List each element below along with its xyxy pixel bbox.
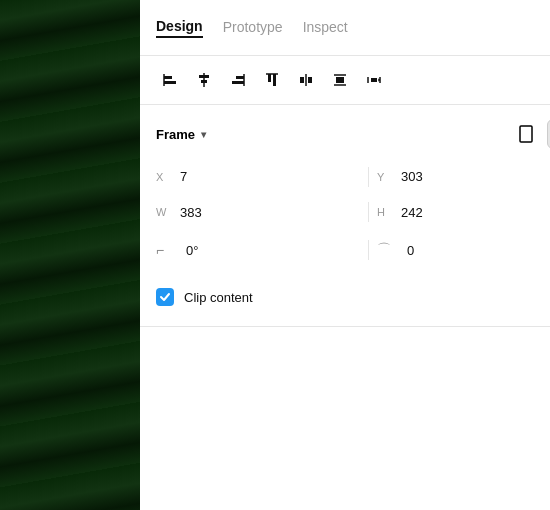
frame-label[interactable]: Frame ▾ xyxy=(156,127,206,142)
frame-header: Frame ▾ xyxy=(156,119,550,149)
svg-rect-21 xyxy=(520,126,532,142)
tab-design[interactable]: Design xyxy=(156,18,203,38)
h-input[interactable] xyxy=(395,201,550,224)
align-center-h-icon[interactable] xyxy=(190,66,218,94)
h-field-group: H xyxy=(377,201,550,224)
tab-bar: Design Prototype Inspect xyxy=(140,0,550,56)
clip-content-label: Clip content xyxy=(184,290,253,305)
wh-row: W H xyxy=(156,198,550,226)
svg-rect-7 xyxy=(236,76,244,79)
bottom-divider xyxy=(140,326,550,327)
svg-rect-4 xyxy=(199,75,209,78)
w-field-group: W xyxy=(156,201,360,224)
svg-rect-13 xyxy=(300,77,304,83)
svg-rect-1 xyxy=(164,76,172,79)
xy-row: X Y xyxy=(156,165,550,188)
corner-field-group: ⌒ xyxy=(377,239,550,262)
h-label: H xyxy=(377,206,391,218)
w-input[interactable] xyxy=(174,201,360,224)
alignment-toolbar xyxy=(140,56,550,105)
rotation-icon: ⌐ xyxy=(156,242,172,258)
svg-rect-2 xyxy=(164,81,176,84)
clip-content-checkbox[interactable] xyxy=(156,288,174,306)
align-right-icon[interactable] xyxy=(224,66,252,94)
svg-rect-14 xyxy=(308,77,312,83)
w-label: W xyxy=(156,206,170,218)
svg-rect-8 xyxy=(232,81,244,84)
rotation-field-group: ⌐ xyxy=(156,239,360,262)
align-left-icon[interactable] xyxy=(156,66,184,94)
x-field-group: X xyxy=(156,165,360,188)
frame-section: Frame ▾ xyxy=(140,105,550,274)
frame-controls xyxy=(511,119,550,149)
distribute-v-icon[interactable] xyxy=(326,66,354,94)
svg-rect-10 xyxy=(268,74,271,82)
checkmark-icon xyxy=(159,291,171,303)
y-input[interactable] xyxy=(395,165,550,188)
x-input[interactable] xyxy=(174,165,360,188)
corner-radius-icon: ⌒ xyxy=(377,241,393,259)
rotation-corner-row: ⌐ ⌒ xyxy=(156,236,550,264)
frame-title: Frame xyxy=(156,127,195,142)
tab-inspect[interactable]: Inspect xyxy=(303,19,348,37)
svg-rect-5 xyxy=(201,80,207,83)
rc-divider xyxy=(368,240,369,260)
more-alignment-icon[interactable] xyxy=(360,66,388,94)
x-label: X xyxy=(156,171,170,183)
tab-prototype[interactable]: Prototype xyxy=(223,19,283,37)
canvas-preview xyxy=(0,0,140,510)
clip-content-row: Clip content xyxy=(140,278,550,316)
y-label: Y xyxy=(377,171,391,183)
svg-rect-17 xyxy=(336,77,344,83)
portrait-frame-button[interactable] xyxy=(511,119,541,149)
distribute-h-icon[interactable] xyxy=(292,66,320,94)
right-panel: Design Prototype Inspect xyxy=(140,0,550,510)
svg-rect-11 xyxy=(273,74,276,86)
wh-divider xyxy=(368,202,369,222)
rotation-input[interactable] xyxy=(180,239,360,262)
align-top-icon[interactable] xyxy=(258,66,286,94)
xy-divider xyxy=(368,167,369,187)
corner-radius-input[interactable] xyxy=(401,239,550,262)
svg-rect-20 xyxy=(371,78,377,82)
y-field-group: Y xyxy=(377,165,550,188)
frame-chevron-icon: ▾ xyxy=(201,129,206,140)
